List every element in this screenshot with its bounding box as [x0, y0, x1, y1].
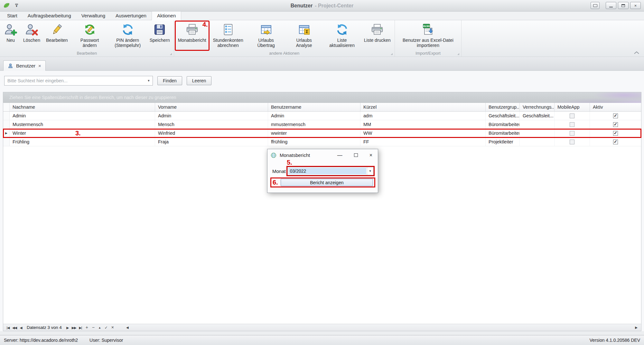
collapse-ribbon-icon[interactable] [634, 51, 639, 55]
nav-last-button[interactable] [77, 324, 84, 331]
table-row[interactable]: Mustermensch Mensch mmustermensch MM Bür… [3, 120, 641, 129]
maximize-button[interactable] [618, 2, 629, 9]
nav-prev-button[interactable] [18, 324, 24, 331]
ribbon-tab[interactable]: Start [2, 12, 23, 20]
group-by-hint: Ziehen Sie eine Spaltenüberschrift in di… [9, 95, 176, 100]
month-combobox[interactable]: 03/2022 ▼ [287, 167, 374, 175]
cell-benutzergruppe: Büromitarbeiter [486, 129, 520, 137]
dialog-maximize-icon[interactable] [354, 153, 358, 157]
ribbon-button[interactable]: Stundenkonten abrechnen [209, 21, 247, 50]
mobileapp-checkbox[interactable] [570, 122, 574, 127]
tab-benutzer[interactable]: Benutzer × [3, 60, 46, 71]
ribbon-tab[interactable]: Aktionen [152, 11, 181, 20]
ribbon-tab[interactable]: Auswertungen [110, 12, 152, 20]
ribbon-button[interactable]: Löschen [20, 21, 43, 50]
column-header-benutzername[interactable]: Benutzername [268, 103, 360, 111]
search-combobox[interactable]: ▼ [4, 76, 153, 86]
window-tool-button[interactable] [591, 2, 600, 9]
document-tab-bar: Benutzer × [0, 57, 644, 71]
ribbon-button[interactable]: Liste aktualisieren [323, 21, 361, 50]
monatsbericht-dialog: Monatsbericht — × 5. Monat 03/2022 ▼ 6. … [267, 149, 378, 193]
ribbon-button-label: Speichern [150, 38, 170, 43]
show-report-button[interactable]: Bericht anzeigen [281, 179, 373, 186]
find-button[interactable]: Finden [157, 76, 182, 85]
ribbon-button[interactable]: Passwort ändern [71, 21, 109, 50]
annotation-number: 5. [287, 159, 292, 166]
aktiv-checkbox[interactable] [613, 113, 618, 118]
column-header-mobileapp[interactable]: MobileApp [555, 103, 590, 111]
ribbon-button[interactable]: Speichern [147, 21, 173, 50]
list-print-icon [370, 23, 384, 36]
aktiv-checkbox[interactable] [613, 140, 618, 144]
globe-icon [270, 152, 277, 159]
window-title-primary: Benutzer [291, 3, 313, 8]
status-bar: Server: https://dev.acadoro.de/nroth2 Us… [0, 335, 644, 345]
cell-benutzergruppe: Projektleiter [486, 138, 520, 146]
nav-delete-button[interactable] [90, 324, 97, 331]
chevron-down-icon[interactable]: ▼ [367, 167, 373, 175]
group-by-bar: Ziehen Sie eine Spaltenüberschrift in di… [3, 92, 641, 103]
ribbon-button[interactable]: PIN ändern (Stempeluhr) [109, 21, 147, 50]
column-header-benutzergruppe[interactable]: Benutzergrup... [486, 103, 520, 111]
password-edit-icon [83, 23, 97, 36]
nav-next-button[interactable] [64, 324, 71, 331]
ribbon-tab[interactable]: Verwaltung [76, 12, 110, 20]
close-button[interactable]: × [630, 2, 641, 9]
content-panel: ▼ Finden Leeren Ziehen Sie eine Spaltenü… [0, 71, 644, 331]
ribbon-button[interactable]: Monatsbericht 4. [175, 21, 209, 50]
column-header-kuerzel[interactable]: Kürzel [360, 103, 486, 111]
ribbon-button[interactable]: Bearbeiten [43, 21, 71, 50]
pin-refresh-icon [121, 23, 135, 36]
ribbon-group-caption: andere Aktionen [175, 50, 394, 57]
nav-edit-button[interactable] [97, 324, 103, 331]
ribbon-button[interactable]: Urlaubs Übertrag [247, 21, 285, 50]
ribbon-button[interactable]: Benutzer aus Excel-Datei importieren [396, 21, 460, 50]
ribbon-tab[interactable]: Auftragsbearbeitung [23, 12, 76, 20]
mobileapp-checkbox[interactable] [570, 131, 574, 136]
column-header-vorname[interactable]: Vorname [155, 103, 268, 111]
aktiv-checkbox[interactable] [613, 122, 618, 127]
chevron-down-icon[interactable]: ▼ [145, 79, 153, 82]
ribbon-button[interactable]: Liste drucken [361, 21, 394, 50]
save-icon [153, 23, 166, 36]
search-input[interactable] [5, 78, 145, 83]
ribbon-button[interactable]: Urlaubs Analyse [285, 21, 323, 50]
hscroll-right-icon[interactable] [633, 324, 639, 331]
table-row[interactable]: Frühling Fraja ffrühling FF Projektleite… [3, 138, 641, 146]
nav-prev-page-button[interactable] [11, 324, 18, 331]
user-delete-icon [25, 23, 38, 36]
tab-label: Benutzer [16, 63, 35, 68]
ribbon-button-label: PIN ändern (Stempeluhr) [112, 38, 144, 48]
nav-first-button[interactable] [5, 324, 11, 331]
dialog-minimize-icon[interactable]: — [337, 153, 342, 158]
ribbon: Neu Löschen Bearbeiten Passwo [0, 20, 644, 57]
dialog-close-icon[interactable]: × [369, 153, 372, 158]
close-icon: × [634, 3, 637, 8]
table-row[interactable]: Winter Winfried wwinter WW Büromitarbeit… [3, 129, 641, 138]
nav-next-page-button[interactable] [71, 324, 77, 331]
mobileapp-checkbox[interactable] [570, 140, 574, 144]
mobileapp-checkbox[interactable] [570, 113, 574, 118]
table-row[interactable]: Admin Admin Admin adm Geschäftsleit... G… [3, 112, 641, 120]
nav-cancel-button[interactable] [109, 324, 116, 331]
maximize-icon [621, 4, 625, 7]
quick-access-dropdown-icon[interactable]: ▼ [15, 4, 18, 7]
tab-close-icon[interactable]: × [38, 63, 41, 68]
annotation-number: 4. [202, 21, 208, 28]
cell-kuerzel: WW [360, 129, 486, 137]
cell-verrechnungsgruppe [520, 129, 555, 137]
minimize-button[interactable] [606, 2, 616, 9]
nav-post-button[interactable] [103, 324, 109, 331]
ribbon-button[interactable]: Neu [1, 21, 20, 50]
aktiv-checkbox[interactable] [613, 131, 618, 136]
dialog-title-bar[interactable]: Monatsbericht — × [267, 149, 378, 161]
hscroll-left-icon[interactable] [124, 324, 131, 331]
selector-column-header [3, 103, 10, 111]
column-header-verrechnungsgruppe[interactable]: Verrechnungs... [520, 103, 555, 111]
clear-button[interactable]: Leeren [187, 76, 212, 85]
column-header-aktiv[interactable]: Aktiv [590, 103, 641, 111]
column-header-nachname[interactable]: Nachname [10, 103, 155, 111]
app-logo-icon [3, 2, 10, 9]
nav-add-button[interactable] [84, 324, 90, 331]
edit-icon [50, 23, 64, 36]
